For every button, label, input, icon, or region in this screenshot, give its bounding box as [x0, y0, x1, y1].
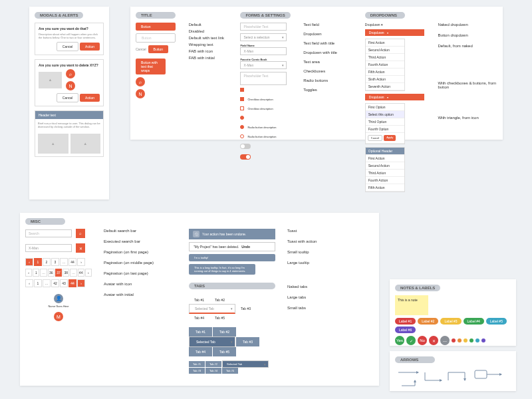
- check-icon[interactable]: ✓: [406, 336, 416, 345]
- dot-orange: [458, 338, 462, 342]
- toggle[interactable]: [240, 144, 251, 149]
- fab-initial[interactable]: N: [136, 89, 145, 98]
- no-badge[interactable]: No: [418, 336, 427, 345]
- components-panel: TITLE Button Button CancelButton Button …: [130, 7, 503, 140]
- avatar-name: Name Goes Here: [25, 305, 92, 308]
- fab-initial[interactable]: N: [66, 81, 75, 90]
- cancel-button[interactable]: Cancel: [57, 93, 79, 102]
- toast: ⓘYour action has been undone.: [189, 229, 275, 239]
- radio[interactable]: [240, 134, 244, 138]
- dot-yellow: [464, 338, 467, 342]
- button-dropdown[interactable]: Dropdown: [365, 94, 425, 100]
- select[interactable]: Select a selection: [240, 33, 287, 41]
- naked-tabs: Tab #1Tab #2Selected TabTab #3Tab #4Tab …: [189, 296, 275, 322]
- modal-info: Header text Brief non-critical message t…: [35, 110, 104, 157]
- dropdown-menu-header: Optional Header First Action Second Acti…: [365, 147, 405, 192]
- naked-dropdown[interactable]: Dropdown ▾: [365, 23, 425, 27]
- wrap-button[interactable]: Button with text that wraps: [136, 59, 166, 74]
- modal-body: Description about what will happen when …: [39, 33, 100, 39]
- small-tabs: Tab #1Tab #2Selected TabTab #3Tab #4Tab …: [189, 360, 275, 374]
- misc-header: MISC: [25, 218, 65, 225]
- disabled-button: Button: [136, 33, 176, 43]
- info-icon: ⓘ: [193, 231, 200, 237]
- buttons-header: TITLE: [136, 12, 176, 19]
- action-button[interactable]: Action: [80, 43, 100, 51]
- search-icon[interactable]: ⌕: [76, 229, 85, 238]
- misc-panel: MISC Search⌕ X-Man✕ ‹123…44› ‹1…363738…4…: [20, 213, 379, 386]
- close-icon[interactable]: ✕: [76, 243, 85, 253]
- image-placeholder: ▲: [70, 134, 101, 154]
- action-button[interactable]: Action: [80, 94, 100, 102]
- arrows-header: ARROWS: [395, 356, 435, 363]
- pagination: ‹123…44›: [25, 258, 92, 266]
- label-pills: Label #1 Label #2 Label #3 Label #4 Labe…: [395, 318, 511, 333]
- dropdowns-header: DROPDOWNS: [365, 12, 405, 19]
- modal-body: Brief non-critical message to user. This…: [35, 119, 103, 131]
- toggle[interactable]: [240, 154, 251, 160]
- dot-red: [452, 338, 456, 342]
- dropdown-menu-checkbox: First Option Select this option Third Op…: [365, 103, 405, 144]
- label: Disabled: [189, 29, 229, 33]
- checkbox[interactable]: [240, 97, 244, 101]
- textarea[interactable]: Placeholder Text: [240, 72, 287, 85]
- checkbox[interactable]: [240, 106, 244, 110]
- cancel-link[interactable]: Cancel: [136, 47, 146, 51]
- cancel-button[interactable]: Cancel: [368, 135, 382, 141]
- label: Default with text link: [189, 36, 229, 40]
- arrows-panel: ARROWS: [390, 351, 516, 391]
- x-icon[interactable]: ✕: [429, 336, 438, 345]
- radio[interactable]: [240, 116, 244, 120]
- search-input[interactable]: Search: [25, 229, 72, 237]
- notes-header: NOTES & LABELS: [395, 285, 440, 291]
- label: Default: [189, 23, 229, 27]
- toast-action: "My Project" has been deleted.Undo: [189, 242, 275, 251]
- tooltip-large: This is a long tooltip. In fact, it's so…: [189, 264, 255, 275]
- pagination: ‹1…363738…44›: [25, 269, 92, 277]
- search-input[interactable]: X-Man: [25, 244, 72, 252]
- undo-link[interactable]: Undo: [241, 245, 250, 249]
- primary-button[interactable]: Button: [136, 23, 176, 31]
- label: Wrapping text: [189, 43, 229, 47]
- fab-search-icon[interactable]: ⌕: [66, 69, 75, 78]
- modal-title: Are you sure you want to delete XYZ?: [39, 63, 100, 67]
- text-input[interactable]: X-Man: [240, 47, 287, 55]
- select[interactable]: X-Man: [240, 61, 287, 69]
- more-icon[interactable]: ⋯: [440, 336, 450, 345]
- dot-cyan: [475, 338, 479, 342]
- label: FAB with icon: [189, 49, 229, 53]
- modal-title: Are you sure you want do that?: [39, 27, 100, 31]
- button-dropdown[interactable]: Dropdown: [365, 29, 425, 36]
- apply-button[interactable]: Apply: [384, 135, 396, 141]
- modals-header: MODALS & ALERTS: [35, 12, 83, 19]
- yes-badge[interactable]: Yes: [395, 336, 404, 345]
- radio[interactable]: [240, 125, 244, 129]
- checkbox[interactable]: [240, 88, 244, 92]
- modals-panel: MODALS & ALERTS Are you sure you want do…: [29, 7, 109, 200]
- svg-rect-1: [475, 370, 487, 378]
- tabs-header: TABS: [189, 283, 275, 289]
- status-circles: Yes ✓ No ✕ ⋯: [395, 336, 511, 345]
- large-tabs: Tab #1Tab #2Selected TabTab #3Tab #4Tab …: [189, 327, 275, 356]
- arrows-diagram: [395, 367, 508, 390]
- image-placeholder: ▲: [38, 134, 68, 154]
- fab-icon[interactable]: ⌕: [136, 77, 145, 86]
- avatar-initial[interactable]: M: [54, 312, 63, 321]
- dropdown-menu: First Action Second Action Third Action …: [365, 39, 405, 91]
- tooltip-small: I'm a tooltip!: [189, 254, 275, 261]
- avatar-icon[interactable]: 👤: [54, 294, 63, 303]
- sticky-note[interactable]: This is a note: [395, 295, 428, 315]
- cancel-button[interactable]: Cancel: [57, 42, 79, 51]
- modal-header-bar: Header text: [35, 111, 103, 119]
- primary-button[interactable]: Button: [148, 45, 168, 53]
- image-placeholder: ▲: [39, 72, 62, 88]
- modal-confirm: Are you sure you want do that? Descripti…: [35, 23, 104, 55]
- modal-delete: Are you sure you want to delete XYZ? ▲ ⌕…: [35, 59, 104, 106]
- forms-header: FORMS & SETTINGS: [240, 12, 290, 19]
- label: FAB with initial: [189, 56, 229, 60]
- dot-purple: [481, 338, 485, 342]
- dot-green: [469, 338, 473, 342]
- notes-panel: NOTES & LABELS This is a note Label #1 L…: [390, 279, 516, 346]
- text-input[interactable]: Placeholder Text: [240, 23, 287, 31]
- pagination: ‹1…424344›: [25, 279, 92, 287]
